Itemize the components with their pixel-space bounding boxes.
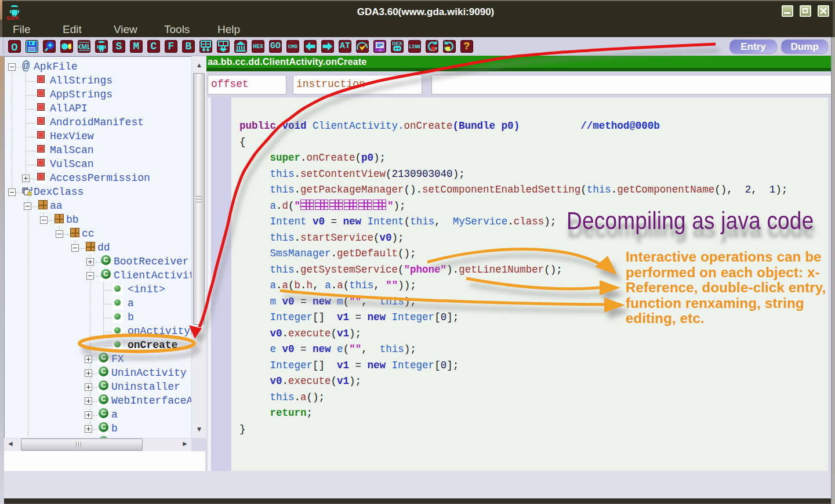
svg-text:DEX: DEX (392, 41, 402, 46)
svg-text:XML: XML (78, 43, 90, 51)
svg-text:O: O (11, 41, 17, 52)
svg-text:J: J (30, 187, 32, 193)
